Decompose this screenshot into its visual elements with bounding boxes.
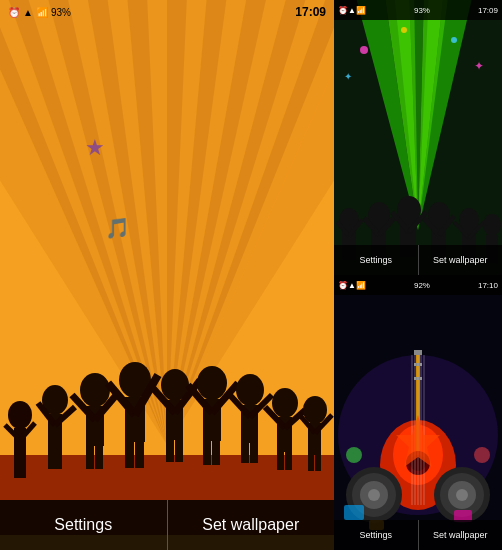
alarm-icon: ⏰	[8, 7, 20, 18]
svg-rect-65	[250, 441, 258, 463]
status-icons-left: ⏰ ▲ 📶 93%	[8, 7, 71, 18]
right-bottom-panel: ⏰▲📶 92% 17:10 Settings Set wallpaper	[334, 275, 502, 550]
sunburst-decoration: .ray { fill: #e8901a; opacity: 0.7; }	[0, 0, 334, 550]
left-background: .ray { fill: #e8901a; opacity: 0.7; }	[0, 0, 334, 550]
svg-rect-121	[414, 350, 422, 355]
right-top-battery: 93%	[414, 6, 430, 15]
svg-text:✦: ✦	[474, 59, 484, 73]
status-time-left: 17:09	[295, 5, 326, 19]
svg-rect-40	[86, 444, 94, 469]
right-top-buttons: Settings Set wallpaper	[334, 245, 502, 275]
svg-rect-140	[344, 505, 364, 520]
set-wallpaper-button-left[interactable]: Set wallpaper	[168, 500, 335, 550]
svg-text:✦: ✦	[344, 71, 352, 82]
svg-point-112	[451, 37, 457, 43]
svg-point-143	[346, 447, 362, 463]
svg-rect-41	[95, 444, 103, 469]
svg-point-113	[401, 27, 407, 33]
svg-rect-35	[55, 447, 62, 469]
svg-text:★: ★	[85, 135, 105, 160]
svg-rect-53	[175, 438, 183, 462]
right-bottom-battery: 92%	[414, 281, 430, 290]
left-panel: .ray { fill: #e8901a; opacity: 0.7; }	[0, 0, 334, 550]
settings-button-right-top[interactable]: Settings	[334, 245, 419, 275]
right-top-panel: ✦ ✦ ⏰▲📶 93% 17:09 Settings Set wallpaper	[334, 0, 502, 275]
svg-point-144	[474, 447, 490, 463]
right-bottom-status-icons: ⏰▲📶	[338, 281, 366, 290]
svg-rect-76	[308, 453, 314, 471]
bottom-buttons-left: Settings Set wallpaper	[0, 500, 334, 550]
wifi-icon: ▲	[23, 7, 33, 18]
svg-point-24	[8, 401, 32, 429]
signal-icon: 📶	[36, 7, 48, 18]
svg-point-36	[80, 373, 110, 407]
svg-point-138	[456, 489, 468, 501]
svg-rect-46	[125, 440, 134, 468]
svg-point-66	[272, 388, 298, 418]
status-bar-left: ⏰ ▲ 📶 93% 17:09	[0, 0, 334, 24]
svg-point-111	[360, 46, 368, 54]
svg-rect-47	[135, 440, 144, 468]
right-panel: ✦ ✦ ⏰▲📶 93% 17:09 Settings Set wallpaper	[334, 0, 502, 550]
svg-rect-29	[20, 458, 26, 478]
svg-rect-59	[212, 439, 220, 465]
settings-button-left[interactable]: Settings	[0, 500, 168, 550]
set-wallpaper-button-right-bottom[interactable]: Set wallpaper	[419, 520, 503, 550]
svg-rect-58	[203, 439, 211, 465]
right-bottom-time: 17:10	[478, 281, 498, 290]
svg-rect-64	[241, 441, 249, 463]
battery-text: 93%	[51, 7, 71, 18]
svg-rect-52	[166, 438, 174, 462]
svg-point-134	[368, 489, 380, 501]
right-top-time: 17:09	[478, 6, 498, 15]
status-bar-right-top: ⏰▲📶 93% 17:09	[334, 0, 502, 20]
svg-point-109	[483, 214, 501, 236]
right-bottom-background: ⏰▲📶 92% 17:10 Settings Set wallpaper	[334, 275, 502, 550]
settings-button-right-bottom[interactable]: Settings	[334, 520, 419, 550]
svg-point-60	[236, 374, 264, 406]
right-bottom-buttons: Settings Set wallpaper	[334, 520, 502, 550]
svg-rect-77	[315, 453, 321, 471]
right-top-background: ✦ ✦ ⏰▲📶 93% 17:09 Settings Set wallpaper	[334, 0, 502, 275]
right-top-status-icons: ⏰▲📶	[338, 6, 366, 15]
svg-rect-71	[285, 450, 292, 470]
svg-point-54	[197, 366, 227, 400]
svg-rect-28	[14, 458, 20, 478]
svg-rect-34	[48, 447, 55, 469]
svg-text:🎵: 🎵	[105, 216, 130, 240]
svg-rect-70	[277, 450, 284, 470]
set-wallpaper-button-right-top[interactable]: Set wallpaper	[419, 245, 503, 275]
status-bar-right-bottom: ⏰▲📶 92% 17:10	[334, 275, 502, 295]
